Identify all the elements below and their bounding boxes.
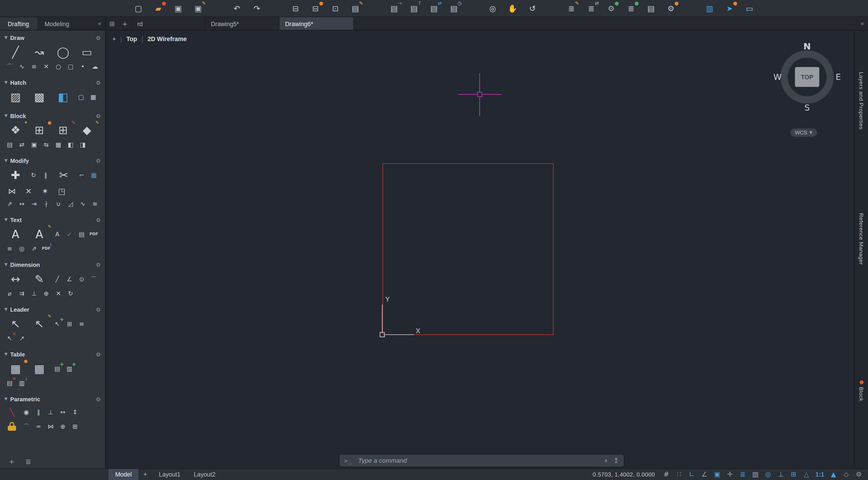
panel-tab-block[interactable]: Block <box>855 380 868 401</box>
section-gear-icon[interactable]: ⚙ <box>96 396 100 402</box>
parallel-constraint-tool[interactable]: ∥ <box>33 407 44 417</box>
fillet-tool[interactable]: ⌐ <box>76 170 87 180</box>
etransmit-icon[interactable]: ▤⇄ <box>427 2 441 14</box>
cleanup-tool[interactable]: ≋ <box>90 199 100 209</box>
pdf-import-tool[interactable]: PDF <box>89 229 99 240</box>
open-file-icon[interactable]: ▰● <box>152 2 165 14</box>
tangent-constraint-tool[interactable]: ⌒ <box>21 421 32 432</box>
dim-linear-tool[interactable]: ↔ <box>4 271 26 287</box>
tab-drafting[interactable]: Drafting <box>0 17 37 30</box>
section-header-leader[interactable]: ▼Leader⚙ <box>3 306 102 313</box>
dim-aligned-tool[interactable]: ╱ <box>52 274 63 284</box>
dim-arc-tool[interactable]: ⌒ <box>89 274 99 284</box>
annotation-scale-control[interactable]: 1:1 <box>814 471 825 478</box>
section-header-dimension[interactable]: ▼Dimension⚙ <box>3 261 102 269</box>
section-header-block[interactable]: ▼Block⚙ <box>3 112 102 120</box>
erase-tool[interactable]: ✕ <box>21 184 36 198</box>
collapse-tabs-icon[interactable]: « <box>857 20 868 27</box>
dynamic-input-toggle[interactable]: ⊞ <box>789 470 799 479</box>
dim-ordinate-tool[interactable]: ⊥ <box>29 289 39 299</box>
section-gear-icon[interactable]: ⚙ <box>96 351 100 357</box>
disclosure-icon[interactable]: ▼ <box>4 397 7 401</box>
save-as-icon[interactable]: ▣✎ <box>192 2 205 14</box>
command-expand-icon[interactable]: ∧ <box>604 458 608 463</box>
multileader-style-tool[interactable]: ↗ <box>17 333 27 344</box>
fix-constraint-tool[interactable]: ⊕ <box>57 421 68 432</box>
mtext-tool[interactable]: A <box>4 226 26 242</box>
circle-tool[interactable]: ◯ <box>52 44 74 60</box>
disclosure-icon[interactable]: ▼ <box>4 114 7 118</box>
palette-menu-button[interactable]: ≣ <box>26 458 31 466</box>
rectangle-entity[interactable] <box>382 163 554 335</box>
disclosure-icon[interactable]: ▼ <box>4 307 7 312</box>
delete-row-tool[interactable]: ▤✕ <box>4 378 15 389</box>
annotation-visibility-toggle[interactable]: △ <box>802 470 811 479</box>
auto-annotation-toggle[interactable]: ▲ <box>829 470 838 479</box>
array-tool[interactable]: ▦ <box>89 170 99 180</box>
object-snap-toggle[interactable]: ▣ <box>713 470 722 479</box>
block-sync-tool[interactable]: ⇄ <box>17 140 27 150</box>
rectangle-tool[interactable]: ▭ <box>76 44 98 60</box>
drawing-tab-rd[interactable]: rd <box>131 17 205 30</box>
print-icon[interactable]: ⊟ <box>289 2 302 14</box>
block-count-tool[interactable]: ▦ <box>53 140 64 150</box>
selection-icon[interactable]: ◎ <box>486 2 499 14</box>
selection-cycling-toggle[interactable]: ◎ <box>764 470 773 479</box>
view-control[interactable]: Top <box>126 35 137 42</box>
table-tool[interactable]: ▦● <box>4 360 26 377</box>
collapse-palette-icon[interactable]: « <box>94 20 105 27</box>
snap-toggle[interactable]: ∷ <box>674 470 684 479</box>
import-icon[interactable]: ▤→ <box>388 2 401 14</box>
block-export-tool[interactable]: ◨ <box>78 140 88 150</box>
auto-constrain-tool[interactable]: ⊞ <box>70 421 81 432</box>
layout-tab-layout2[interactable]: Layout2 <box>187 469 222 480</box>
viewcube-north[interactable]: N <box>773 41 842 52</box>
orbit-icon[interactable]: ↺ <box>526 2 539 14</box>
block-editor-tool[interactable]: ⊞✎ <box>52 122 74 139</box>
hatch-edit-tool[interactable]: ▦ <box>88 92 98 102</box>
layout-tab-layout1[interactable]: Layout1 <box>152 469 187 480</box>
hatch-boundary-tool[interactable]: ▢ <box>76 92 87 102</box>
text-edit-tool[interactable]: A✎ <box>28 226 50 242</box>
multiline-tool[interactable]: ≡ <box>29 61 39 72</box>
pan-icon[interactable]: ✋ <box>506 2 519 14</box>
dim-angular-tool[interactable]: ∠ <box>64 274 75 284</box>
create-block-tool[interactable]: ⊞● <box>28 122 50 139</box>
tab-overview-icon[interactable]: ⊞ <box>106 20 118 27</box>
point-tool[interactable]: • <box>78 61 88 72</box>
disclosure-icon[interactable]: ▼ <box>4 217 7 222</box>
pdf-export-tool[interactable]: PDF↓ <box>41 244 52 254</box>
remove-leader-tool[interactable]: ↖✕ <box>4 333 15 344</box>
viewcube[interactable]: N S W E TOP <box>773 42 842 111</box>
offset-tool[interactable]: ∥ <box>40 170 51 180</box>
redo-icon[interactable]: ↷ <box>250 2 264 14</box>
lock-constraint-tool[interactable] <box>4 420 19 433</box>
disclosure-icon[interactable]: ▼ <box>4 35 7 40</box>
multileader-tool[interactable]: ↖ <box>4 316 26 332</box>
new-layout-button[interactable]: + <box>138 469 152 480</box>
layer-states-icon[interactable]: ≣● <box>624 2 638 14</box>
insert-row-tool[interactable]: ▤✚ <box>52 363 63 374</box>
plot-icon[interactable]: ⊟● <box>309 2 322 14</box>
polyline-tool[interactable]: ↝ <box>28 44 50 60</box>
archive-icon[interactable]: ▤◷ <box>447 2 460 14</box>
block-import-tool[interactable]: ◧ <box>65 140 76 150</box>
section-header-modify[interactable]: ▼Modify⚙ <box>3 156 102 164</box>
dim-baseline-tool[interactable]: ⇉ <box>17 289 27 299</box>
ortho-toggle[interactable]: ∟ <box>687 470 696 479</box>
hatch-solid-tool[interactable]: ▩ <box>28 88 50 105</box>
blend-curves-tool[interactable]: ∿ <box>78 199 88 209</box>
drawing-tab-drawing5[interactable]: Drawing5* <box>205 17 279 30</box>
export-table-tool[interactable]: ▥↓ <box>17 378 27 389</box>
join-tool[interactable]: ∪ <box>53 199 64 209</box>
layer-settings-icon[interactable]: ⚙● <box>604 2 618 14</box>
annotate-tool[interactable]: ▤ <box>76 229 87 240</box>
drawing-canvas[interactable]: + | Top | 2D Wireframe N S W E TOP WCS ▼ <box>106 30 854 468</box>
export-icon[interactable]: ▤↑ <box>407 2 421 14</box>
wcs-dropdown[interactable]: WCS ▼ <box>790 128 817 137</box>
section-gear-icon[interactable]: ⚙ <box>96 217 100 223</box>
stretch-tool[interactable]: ↔ <box>17 199 27 209</box>
section-gear-icon[interactable]: ⚙ <box>96 262 100 268</box>
settings-gear-icon[interactable]: ⚙ <box>854 470 864 479</box>
viewcube-west[interactable]: W <box>773 72 781 82</box>
